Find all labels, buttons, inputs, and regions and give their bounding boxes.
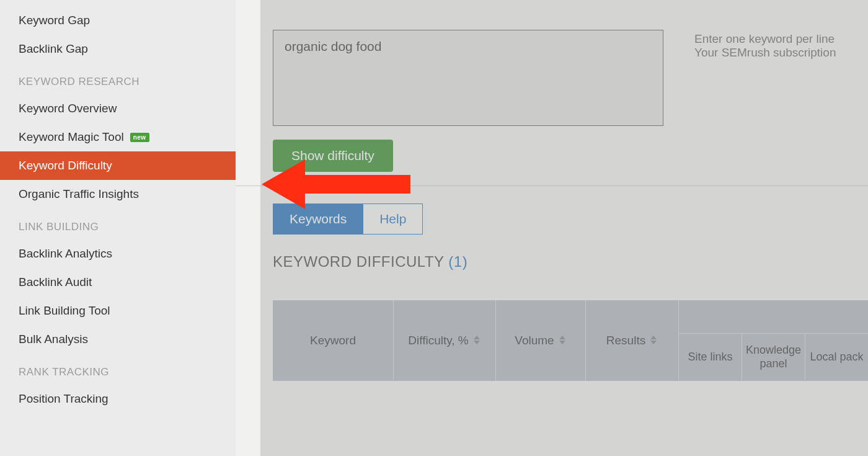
sidebar-item-label: Keyword Difficulty <box>19 159 112 172</box>
col-label: Keyword <box>310 334 356 347</box>
sidebar: Keyword Gap Backlink Gap KEYWORD RESEARC… <box>0 0 236 456</box>
hint-text: Enter one keyword per line Your SEMrush … <box>694 32 836 60</box>
sidebar-item-label: Link Building Tool <box>19 304 110 318</box>
sidebar-item-label: Keyword Overview <box>19 102 117 115</box>
sidebar-item-backlink-gap[interactable]: Backlink Gap <box>0 35 236 63</box>
sidebar-item-bulk-analysis[interactable]: Bulk Analysis <box>0 325 236 354</box>
svg-marker-0 <box>474 336 480 339</box>
sidebar-item-label: Position Tracking <box>19 392 108 406</box>
svg-marker-5 <box>650 341 657 344</box>
col-label: Results <box>606 334 645 347</box>
divider <box>236 186 868 186</box>
section-title: KEYWORD DIFFICULTY (1) <box>273 253 868 270</box>
sidebar-item-label: Backlink Audit <box>19 275 92 289</box>
col-difficulty[interactable]: Difficulty, % <box>394 300 496 381</box>
sidebar-item-backlink-audit[interactable]: Backlink Audit <box>0 268 236 297</box>
sidebar-item-organic-traffic-insights[interactable]: Organic Traffic Insights <box>0 180 236 208</box>
sidebar-item-label: Keyword Gap <box>19 14 90 27</box>
hint-line-2: Your SEMrush subscription <box>694 46 836 60</box>
col-results[interactable]: Results <box>586 300 679 381</box>
main-content: Enter one keyword per line Your SEMrush … <box>236 0 868 456</box>
hint-line-1: Enter one keyword per line <box>694 32 836 46</box>
sort-icon <box>472 334 481 347</box>
sidebar-item-link-building-tool[interactable]: Link Building Tool <box>0 297 236 325</box>
keyword-input-textarea[interactable] <box>273 30 663 126</box>
sidebar-item-label: Organic Traffic Insights <box>19 187 139 201</box>
new-badge: new <box>130 133 149 142</box>
section-title-text: KEYWORD DIFFICULTY <box>273 253 448 270</box>
sort-icon <box>649 334 658 347</box>
sidebar-item-keyword-gap[interactable]: Keyword Gap <box>0 6 236 35</box>
col-label: Difficulty, % <box>408 334 469 347</box>
sort-icon <box>558 334 567 347</box>
svg-marker-1 <box>474 341 480 344</box>
col-knowledge-panel[interactable]: Knowledge panel <box>742 334 805 381</box>
col-keyword[interactable]: Keyword <box>273 300 394 381</box>
sidebar-item-label: Bulk Analysis <box>19 333 88 346</box>
section-title-count: (1) <box>448 253 467 270</box>
sidebar-heading-link-building: LINK BUILDING <box>0 208 236 239</box>
sidebar-item-backlink-analytics[interactable]: Backlink Analytics <box>0 239 236 268</box>
results-table-header: Keyword Difficulty, % Volume Results <box>273 300 868 381</box>
col-label: Volume <box>515 334 554 347</box>
serp-features-top <box>679 300 868 334</box>
col-volume[interactable]: Volume <box>496 300 586 381</box>
tab-keywords[interactable]: Keywords <box>273 203 363 235</box>
sidebar-item-label: Backlink Gap <box>19 42 88 56</box>
col-local-pack[interactable]: Local pack <box>805 334 868 381</box>
sidebar-item-label: Backlink Analytics <box>19 247 112 261</box>
show-difficulty-button[interactable]: Show difficulty <box>273 140 393 172</box>
svg-marker-2 <box>559 336 565 339</box>
sidebar-item-keyword-overview[interactable]: Keyword Overview <box>0 94 236 123</box>
sidebar-item-position-tracking[interactable]: Position Tracking <box>0 385 236 413</box>
col-site-links[interactable]: Site links <box>679 334 742 381</box>
tab-help[interactable]: Help <box>363 203 423 235</box>
svg-marker-3 <box>559 341 565 344</box>
sidebar-item-keyword-magic-tool[interactable]: Keyword Magic Tool new <box>0 123 236 151</box>
sidebar-item-keyword-difficulty[interactable]: Keyword Difficulty <box>0 151 236 180</box>
col-label: Knowledge panel <box>746 344 801 370</box>
tab-row: KeywordsHelp <box>273 203 868 235</box>
col-label: Site links <box>688 351 732 364</box>
col-label: Local pack <box>810 351 864 364</box>
svg-marker-4 <box>650 336 657 339</box>
sidebar-heading-keyword-research: KEYWORD RESEARCH <box>0 63 236 94</box>
sidebar-item-label: Keyword Magic Tool <box>19 130 124 144</box>
col-serp-features-group: Site links Knowledge panel Local pack <box>679 300 868 381</box>
sidebar-heading-rank-tracking: RANK TRACKING <box>0 354 236 385</box>
